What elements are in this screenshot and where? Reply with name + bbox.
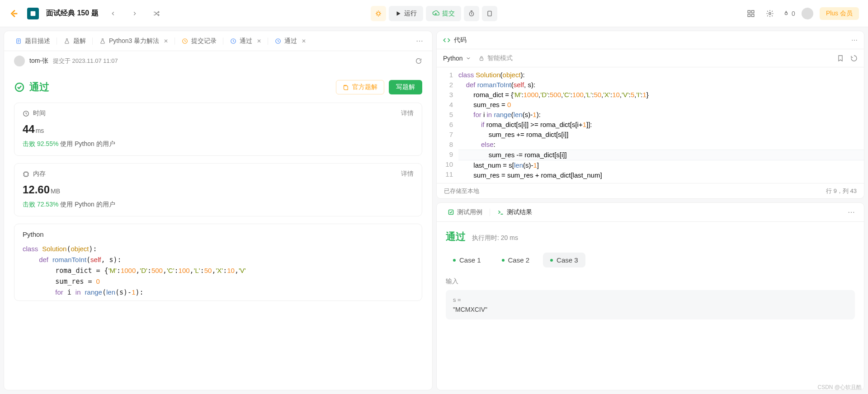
svg-rect-6 bbox=[748, 14, 750, 16]
top-right-controls: 0 Plus 会员 bbox=[745, 7, 859, 20]
code-panel-header: 代码 ⋯ bbox=[437, 31, 864, 49]
run-button[interactable]: 运行 bbox=[389, 6, 423, 21]
test-more-button[interactable]: ⋯ bbox=[845, 206, 858, 218]
status-dot-icon bbox=[550, 259, 553, 262]
input-box: s = "MCMXCIV" bbox=[446, 290, 855, 319]
reset-button[interactable] bbox=[850, 55, 858, 62]
language-selector[interactable]: Python bbox=[443, 55, 471, 62]
cursor-position: 行 9，列 43 bbox=[826, 187, 857, 195]
tab-testresults[interactable]: 测试结果 bbox=[493, 206, 537, 219]
submission-meta: 提交于 2023.11.07 11:07 bbox=[53, 57, 118, 65]
lock-icon bbox=[478, 55, 485, 61]
streak-counter[interactable]: 0 bbox=[783, 10, 795, 17]
study-plan-title[interactable]: 面试经典 150 题 bbox=[46, 9, 99, 18]
note-button[interactable] bbox=[482, 6, 497, 21]
code-panel-more-button[interactable]: ⋯ bbox=[851, 37, 858, 44]
input-var-value: "MCMXCIV" bbox=[453, 306, 848, 313]
close-icon[interactable]: ✕ bbox=[257, 38, 261, 44]
main-layout: 题目描述 题解 Python3 暴力解法✕ 提交记录 通过✕ 通过✕ ⋯ tom… bbox=[0, 27, 868, 394]
description-icon bbox=[15, 38, 22, 45]
close-icon[interactable]: ✕ bbox=[302, 38, 306, 44]
svg-rect-7 bbox=[752, 14, 754, 16]
editor-status-bar: 已存储至本地 行 9，列 43 bbox=[437, 183, 864, 198]
shuffle-button[interactable] bbox=[149, 6, 164, 21]
case-tab-2[interactable]: Case 2 bbox=[495, 253, 537, 267]
submit-label: 提交 bbox=[442, 9, 455, 18]
check-circle-icon bbox=[14, 82, 25, 93]
timer-button[interactable] bbox=[464, 6, 479, 21]
study-plan-icon[interactable] bbox=[27, 8, 39, 19]
close-icon[interactable]: ✕ bbox=[164, 38, 168, 44]
status-dot-icon bbox=[453, 259, 456, 262]
author-name[interactable]: tom-张 bbox=[29, 57, 48, 65]
smart-mode-toggle[interactable]: 智能模式 bbox=[478, 54, 513, 62]
test-body[interactable]: 通过 执行用时: 20 ms Case 1 Case 2 Case 3 输入 s… bbox=[437, 222, 864, 390]
time-detail-link[interactable]: 详情 bbox=[401, 109, 414, 117]
debug-button[interactable] bbox=[371, 6, 386, 21]
accept-row: 通过 官方题解 写题解 bbox=[14, 71, 422, 103]
layout-button[interactable] bbox=[745, 7, 757, 20]
accept-status: 通过 bbox=[29, 80, 49, 94]
settings-button[interactable] bbox=[764, 7, 776, 20]
open-external-button[interactable] bbox=[415, 57, 422, 65]
check-icon bbox=[448, 209, 454, 216]
left-body-scroll[interactable]: 通过 官方题解 写题解 时间 详情 44ms 击败 92.55% 使用 Pyth… bbox=[4, 71, 432, 390]
memory-value: 12.60 bbox=[23, 183, 50, 196]
test-panel: 测试用例 测试结果 ⋯ 通过 执行用时: 20 ms Case 1 Case 2… bbox=[436, 202, 864, 390]
svg-point-8 bbox=[769, 12, 771, 14]
tab-testcases[interactable]: 测试用例 bbox=[443, 206, 487, 219]
time-value: 44 bbox=[23, 123, 35, 135]
test-tabbar: 测试用例 测试结果 ⋯ bbox=[437, 203, 864, 222]
bookmark-button[interactable] bbox=[837, 55, 844, 62]
result-status: 通过 bbox=[446, 230, 466, 244]
leetcode-logo-icon[interactable] bbox=[9, 9, 19, 19]
author-avatar[interactable] bbox=[14, 56, 25, 66]
svg-rect-16 bbox=[480, 58, 483, 60]
tab-description[interactable]: 题目描述 bbox=[10, 34, 55, 48]
line-gutter: 1234567891011 bbox=[437, 70, 458, 180]
svg-rect-3 bbox=[488, 11, 491, 16]
prev-problem-button[interactable] bbox=[106, 6, 120, 21]
time-unit: ms bbox=[36, 127, 44, 134]
status-dot-icon bbox=[502, 259, 505, 262]
history-icon bbox=[230, 38, 237, 45]
plus-member-button[interactable]: Plus 会员 bbox=[820, 7, 859, 20]
time-stat-card[interactable]: 时间 详情 44ms 击败 92.55% 使用 Python 的用户 bbox=[14, 103, 422, 156]
memory-stat-card[interactable]: 内存 详情 12.60MB 击败 72.53% 使用 Python 的用户 bbox=[14, 163, 422, 216]
next-problem-button[interactable] bbox=[127, 6, 142, 21]
case-tab-1[interactable]: Case 1 bbox=[446, 253, 488, 267]
case-tab-3[interactable]: Case 3 bbox=[543, 253, 585, 267]
left-tabbar: 题目描述 题解 Python3 暴力解法✕ 提交记录 通过✕ 通过✕ ⋯ bbox=[4, 31, 432, 51]
tab-history[interactable]: 提交记录 bbox=[177, 34, 221, 48]
tab-py3-brute[interactable]: Python3 暴力解法✕ bbox=[94, 34, 173, 48]
svg-point-1 bbox=[377, 12, 380, 15]
tab-pass-1[interactable]: 通过✕ bbox=[225, 34, 266, 48]
tab-pass-2[interactable]: 通过✕ bbox=[270, 34, 311, 48]
memory-detail-link[interactable]: 详情 bbox=[401, 170, 414, 178]
history-icon bbox=[181, 38, 189, 45]
code-toolbar: Python 智能模式 bbox=[437, 49, 864, 67]
write-solution-button[interactable]: 写题解 bbox=[389, 80, 422, 94]
user-avatar[interactable] bbox=[802, 8, 813, 19]
input-var-name: s = bbox=[453, 296, 848, 303]
beaker-icon bbox=[99, 38, 106, 45]
code-panel-title: 代码 bbox=[454, 36, 467, 44]
official-solution-button[interactable]: 官方题解 bbox=[336, 80, 384, 94]
submission-header: tom-张 提交于 2023.11.07 11:07 bbox=[4, 51, 432, 71]
beaker-icon bbox=[63, 38, 71, 45]
result-line: 通过 执行用时: 20 ms bbox=[446, 230, 855, 244]
tabs-more-button[interactable]: ⋯ bbox=[413, 35, 426, 47]
code-editor[interactable]: 1234567891011 class Solution(object): de… bbox=[437, 67, 864, 183]
svg-rect-5 bbox=[752, 10, 754, 13]
right-panel: 代码 ⋯ Python 智能模式 1234567891011 class Sol… bbox=[436, 31, 864, 390]
code-editor-panel: 代码 ⋯ Python 智能模式 1234567891011 class Sol… bbox=[436, 31, 864, 199]
case-tabs: Case 1 Case 2 Case 3 bbox=[446, 253, 855, 267]
submit-button[interactable]: 提交 bbox=[426, 6, 461, 21]
tab-solutions[interactable]: 题解 bbox=[59, 34, 90, 48]
streak-count: 0 bbox=[792, 10, 795, 17]
terminal-icon bbox=[497, 209, 504, 216]
svg-rect-4 bbox=[748, 10, 750, 13]
code-lines[interactable]: class Solution(object): def romanToInt(s… bbox=[458, 70, 864, 180]
svg-rect-15 bbox=[24, 172, 28, 176]
code-icon bbox=[443, 37, 450, 44]
